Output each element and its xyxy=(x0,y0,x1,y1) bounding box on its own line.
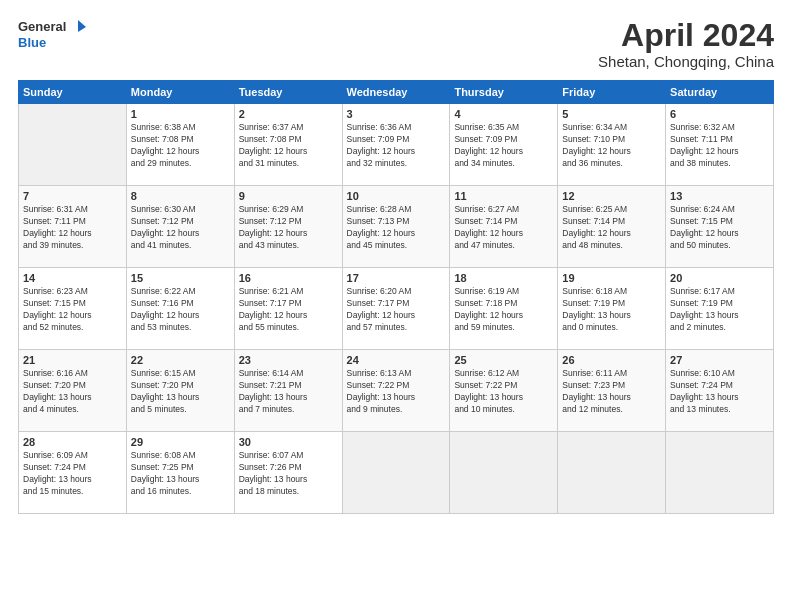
day-info: Sunrise: 6:12 AMSunset: 7:22 PMDaylight:… xyxy=(454,368,553,416)
table-row: 10 Sunrise: 6:28 AMSunset: 7:13 PMDaylig… xyxy=(342,186,450,268)
day-info: Sunrise: 6:32 AMSunset: 7:11 PMDaylight:… xyxy=(670,122,769,170)
table-row: 3 Sunrise: 6:36 AMSunset: 7:09 PMDayligh… xyxy=(342,104,450,186)
table-row: 20 Sunrise: 6:17 AMSunset: 7:19 PMDaylig… xyxy=(666,268,774,350)
table-row: 26 Sunrise: 6:11 AMSunset: 7:23 PMDaylig… xyxy=(558,350,666,432)
day-number: 14 xyxy=(23,272,122,284)
table-row: 24 Sunrise: 6:13 AMSunset: 7:22 PMDaylig… xyxy=(342,350,450,432)
table-row: 11 Sunrise: 6:27 AMSunset: 7:14 PMDaylig… xyxy=(450,186,558,268)
page-header: General Blue April 2024 Shetan, Chongqin… xyxy=(18,18,774,70)
table-row: 27 Sunrise: 6:10 AMSunset: 7:24 PMDaylig… xyxy=(666,350,774,432)
day-number: 3 xyxy=(347,108,446,120)
day-info: Sunrise: 6:07 AMSunset: 7:26 PMDaylight:… xyxy=(239,450,338,498)
table-row: 16 Sunrise: 6:21 AMSunset: 7:17 PMDaylig… xyxy=(234,268,342,350)
table-row xyxy=(450,432,558,514)
calendar-header: Sunday Monday Tuesday Wednesday Thursday… xyxy=(19,81,774,104)
day-number: 28 xyxy=(23,436,122,448)
logo: General Blue xyxy=(18,18,86,50)
table-row: 22 Sunrise: 6:15 AMSunset: 7:20 PMDaylig… xyxy=(126,350,234,432)
day-info: Sunrise: 6:15 AMSunset: 7:20 PMDaylight:… xyxy=(131,368,230,416)
day-info: Sunrise: 6:27 AMSunset: 7:14 PMDaylight:… xyxy=(454,204,553,252)
day-number: 16 xyxy=(239,272,338,284)
day-number: 27 xyxy=(670,354,769,366)
col-wednesday: Wednesday xyxy=(342,81,450,104)
day-number: 6 xyxy=(670,108,769,120)
day-number: 15 xyxy=(131,272,230,284)
day-number: 18 xyxy=(454,272,553,284)
day-number: 29 xyxy=(131,436,230,448)
day-number: 19 xyxy=(562,272,661,284)
table-row: 15 Sunrise: 6:22 AMSunset: 7:16 PMDaylig… xyxy=(126,268,234,350)
table-row: 21 Sunrise: 6:16 AMSunset: 7:20 PMDaylig… xyxy=(19,350,127,432)
col-monday: Monday xyxy=(126,81,234,104)
calendar-body: 1 Sunrise: 6:38 AMSunset: 7:08 PMDayligh… xyxy=(19,104,774,514)
day-info: Sunrise: 6:30 AMSunset: 7:12 PMDaylight:… xyxy=(131,204,230,252)
day-info: Sunrise: 6:29 AMSunset: 7:12 PMDaylight:… xyxy=(239,204,338,252)
day-number: 17 xyxy=(347,272,446,284)
day-info: Sunrise: 6:10 AMSunset: 7:24 PMDaylight:… xyxy=(670,368,769,416)
day-number: 12 xyxy=(562,190,661,202)
calendar: Sunday Monday Tuesday Wednesday Thursday… xyxy=(18,80,774,514)
table-row: 2 Sunrise: 6:37 AMSunset: 7:08 PMDayligh… xyxy=(234,104,342,186)
table-row: 9 Sunrise: 6:29 AMSunset: 7:12 PMDayligh… xyxy=(234,186,342,268)
day-number: 1 xyxy=(131,108,230,120)
day-number: 7 xyxy=(23,190,122,202)
day-info: Sunrise: 6:22 AMSunset: 7:16 PMDaylight:… xyxy=(131,286,230,334)
col-saturday: Saturday xyxy=(666,81,774,104)
day-info: Sunrise: 6:28 AMSunset: 7:13 PMDaylight:… xyxy=(347,204,446,252)
table-row: 6 Sunrise: 6:32 AMSunset: 7:11 PMDayligh… xyxy=(666,104,774,186)
day-number: 23 xyxy=(239,354,338,366)
day-info: Sunrise: 6:09 AMSunset: 7:24 PMDaylight:… xyxy=(23,450,122,498)
day-number: 21 xyxy=(23,354,122,366)
day-info: Sunrise: 6:23 AMSunset: 7:15 PMDaylight:… xyxy=(23,286,122,334)
title-section: April 2024 Shetan, Chongqing, China xyxy=(598,18,774,70)
day-info: Sunrise: 6:38 AMSunset: 7:08 PMDaylight:… xyxy=(131,122,230,170)
day-number: 11 xyxy=(454,190,553,202)
col-tuesday: Tuesday xyxy=(234,81,342,104)
svg-marker-0 xyxy=(78,20,86,32)
table-row: 29 Sunrise: 6:08 AMSunset: 7:25 PMDaylig… xyxy=(126,432,234,514)
day-info: Sunrise: 6:35 AMSunset: 7:09 PMDaylight:… xyxy=(454,122,553,170)
day-info: Sunrise: 6:24 AMSunset: 7:15 PMDaylight:… xyxy=(670,204,769,252)
day-info: Sunrise: 6:31 AMSunset: 7:11 PMDaylight:… xyxy=(23,204,122,252)
day-info: Sunrise: 6:37 AMSunset: 7:08 PMDaylight:… xyxy=(239,122,338,170)
table-row: 28 Sunrise: 6:09 AMSunset: 7:24 PMDaylig… xyxy=(19,432,127,514)
day-info: Sunrise: 6:36 AMSunset: 7:09 PMDaylight:… xyxy=(347,122,446,170)
day-number: 30 xyxy=(239,436,338,448)
table-row xyxy=(19,104,127,186)
day-info: Sunrise: 6:20 AMSunset: 7:17 PMDaylight:… xyxy=(347,286,446,334)
table-row: 4 Sunrise: 6:35 AMSunset: 7:09 PMDayligh… xyxy=(450,104,558,186)
table-row: 1 Sunrise: 6:38 AMSunset: 7:08 PMDayligh… xyxy=(126,104,234,186)
table-row: 5 Sunrise: 6:34 AMSunset: 7:10 PMDayligh… xyxy=(558,104,666,186)
col-sunday: Sunday xyxy=(19,81,127,104)
day-number: 26 xyxy=(562,354,661,366)
table-row xyxy=(666,432,774,514)
table-row xyxy=(342,432,450,514)
day-number: 10 xyxy=(347,190,446,202)
day-number: 20 xyxy=(670,272,769,284)
day-info: Sunrise: 6:25 AMSunset: 7:14 PMDaylight:… xyxy=(562,204,661,252)
day-info: Sunrise: 6:18 AMSunset: 7:19 PMDaylight:… xyxy=(562,286,661,334)
day-number: 2 xyxy=(239,108,338,120)
day-number: 22 xyxy=(131,354,230,366)
day-info: Sunrise: 6:13 AMSunset: 7:22 PMDaylight:… xyxy=(347,368,446,416)
table-row: 25 Sunrise: 6:12 AMSunset: 7:22 PMDaylig… xyxy=(450,350,558,432)
day-number: 24 xyxy=(347,354,446,366)
table-row: 13 Sunrise: 6:24 AMSunset: 7:15 PMDaylig… xyxy=(666,186,774,268)
col-friday: Friday xyxy=(558,81,666,104)
col-thursday: Thursday xyxy=(450,81,558,104)
day-info: Sunrise: 6:19 AMSunset: 7:18 PMDaylight:… xyxy=(454,286,553,334)
table-row: 17 Sunrise: 6:20 AMSunset: 7:17 PMDaylig… xyxy=(342,268,450,350)
table-row: 23 Sunrise: 6:14 AMSunset: 7:21 PMDaylig… xyxy=(234,350,342,432)
table-row: 14 Sunrise: 6:23 AMSunset: 7:15 PMDaylig… xyxy=(19,268,127,350)
table-row: 8 Sunrise: 6:30 AMSunset: 7:12 PMDayligh… xyxy=(126,186,234,268)
day-number: 9 xyxy=(239,190,338,202)
day-info: Sunrise: 6:14 AMSunset: 7:21 PMDaylight:… xyxy=(239,368,338,416)
day-info: Sunrise: 6:17 AMSunset: 7:19 PMDaylight:… xyxy=(670,286,769,334)
day-info: Sunrise: 6:16 AMSunset: 7:20 PMDaylight:… xyxy=(23,368,122,416)
location: Shetan, Chongqing, China xyxy=(598,53,774,70)
month-title: April 2024 xyxy=(598,18,774,53)
day-number: 8 xyxy=(131,190,230,202)
day-info: Sunrise: 6:21 AMSunset: 7:17 PMDaylight:… xyxy=(239,286,338,334)
table-row xyxy=(558,432,666,514)
table-row: 7 Sunrise: 6:31 AMSunset: 7:11 PMDayligh… xyxy=(19,186,127,268)
